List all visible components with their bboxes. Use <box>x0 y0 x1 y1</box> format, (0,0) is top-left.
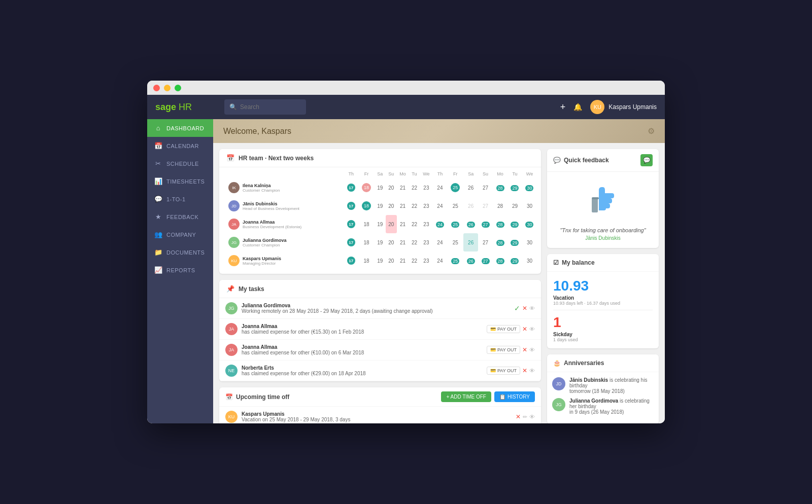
avatar: JA <box>228 219 240 230</box>
user-menu[interactable]: KU Kaspars Upmanis <box>590 100 657 114</box>
timeoff-text: Kaspars Upmanis Vacation on 25 May 2018 … <box>242 411 512 422</box>
payout-icon: 💳 <box>490 347 496 352</box>
sidebar-item-company[interactable]: 👥 COMPANY <box>147 226 213 243</box>
payout-button[interactable]: 💳 PAY OUT <box>487 325 520 333</box>
reject-button[interactable]: ✕ <box>522 346 527 353</box>
sidebar-item-calendar[interactable]: 📅 CALENDAR <box>147 137 213 155</box>
view-button[interactable]: 👁 <box>529 326 535 332</box>
cal-day: 26 <box>463 197 478 215</box>
vacation-label: Vacation <box>553 295 653 301</box>
sidebar-item-reports[interactable]: 📈 REPORTS <box>147 261 213 279</box>
person-name: Ilena Kalniņa <box>243 183 280 188</box>
cal-range: 24 <box>436 222 444 228</box>
cal-day: 23 <box>420 251 432 270</box>
sidebar-item-dashboard[interactable]: ⌂ DASHBOARD <box>147 119 213 137</box>
cal-day: 22 <box>409 178 420 197</box>
sidebar-item-1to1[interactable]: 💬 1-TO-1 <box>147 190 213 208</box>
cal-range: 29 <box>511 222 519 228</box>
cal-day: 19 <box>375 251 386 270</box>
sickday-label: Sickday <box>553 332 653 337</box>
feedback-content: "Tnx for taking care of onboarding" Jāni… <box>547 172 659 248</box>
timesheets-icon: 📊 <box>154 177 162 185</box>
avatar: KU <box>228 255 240 266</box>
anniv-when: in 9 days (26 May 2018) <box>569 409 624 415</box>
hr-team-header: 📅 HR team · Next two weeks <box>219 149 541 167</box>
close-button[interactable] <box>153 85 160 91</box>
search-input[interactable] <box>240 103 301 111</box>
anniversaries-content: JD Jānis Dubinskis is celebrating his bi… <box>547 372 659 423</box>
payout-button[interactable]: 💳 PAY OUT <box>487 367 520 375</box>
sidebar-item-feedback[interactable]: ★ FEEDBACK <box>147 208 213 226</box>
cal-name-header <box>223 169 344 178</box>
1to1-icon: 💬 <box>154 195 162 203</box>
person-name: Kaspars Upmanis <box>243 256 281 261</box>
cal-day: 19 <box>375 178 386 197</box>
person-role: Business Development (Estonia) <box>243 225 301 229</box>
feedback-icon: ★ <box>154 213 162 221</box>
timeoff-icon: 📅 <box>225 393 233 401</box>
welcome-text: Welcome, Kaspars <box>223 127 291 136</box>
sidebar-item-schedule[interactable]: ✂ SCHEDULE <box>147 155 213 172</box>
person-info: Julianna Gordimova Customer Champion <box>243 238 287 247</box>
cal-range: 27 <box>482 258 490 264</box>
task-person-name: Joanna Allmaa <box>242 323 277 329</box>
view-button[interactable]: 👁 <box>529 347 535 353</box>
cal-day: 20 <box>386 178 397 197</box>
cal-day: 21 <box>397 178 409 197</box>
hr-calendar-table: Th Fr Sa Su Mo Tu We Th <box>223 169 537 270</box>
cal-th-we2: We <box>522 169 537 178</box>
anniv-text: Jānis Dubinskis is celebrating his birth… <box>569 377 654 394</box>
cal-day: 20 <box>386 215 397 233</box>
view-button[interactable]: 👁 <box>529 305 535 311</box>
person-role: Customer Champion <box>243 188 280 193</box>
person-name: Joanna Allmaa <box>243 220 301 225</box>
reject-button[interactable]: ✕ <box>522 305 527 312</box>
avatar: KU <box>225 411 238 423</box>
sidebar-item-documents[interactable]: 📁 DOCUMENTS <box>147 243 213 261</box>
history-button[interactable]: 📋 HISTORY <box>494 391 535 402</box>
reject-button[interactable]: ✕ <box>522 367 527 374</box>
task-text: Julianna Gordimova Working remotely on 2… <box>242 303 510 314</box>
approve-button[interactable]: ✓ <box>514 304 520 312</box>
user-avatar: KU <box>590 100 604 114</box>
task-item: JA Joanna Allmaa has claimed expense for… <box>219 340 541 361</box>
minimize-button[interactable] <box>164 85 171 91</box>
person-name: Jānis Dubinskis <box>243 201 299 206</box>
edit-button[interactable]: ✏ <box>523 414 527 420</box>
timeoff-title-text: Upcoming time off <box>236 393 289 401</box>
task-text: Joanna Allmaa has claimed expense for ot… <box>242 323 483 335</box>
view-button[interactable]: 👁 <box>529 414 535 420</box>
cal-day: 25 <box>447 233 463 251</box>
qf-title: 💬 Quick feedback <box>553 157 609 164</box>
calendar-card-icon: 📅 <box>226 154 234 162</box>
task-description: Working remotely on 28 May 2018 - 29 May… <box>242 308 433 314</box>
settings-icon[interactable]: ⚙ <box>648 126 655 136</box>
notifications-button[interactable]: 🔔 <box>573 103 582 111</box>
cal-day: 28 <box>493 197 507 215</box>
my-balance-card: ☑ My balance 10.93 Vacation 10.93 days l… <box>547 254 659 348</box>
add-time-off-button[interactable]: + ADD TIME OFF <box>441 391 491 402</box>
cal-day: 23 <box>420 178 432 197</box>
payout-button[interactable]: 💳 PAY OUT <box>487 346 520 354</box>
sidebar-item-label: REPORTS <box>166 267 195 273</box>
quick-feedback-button[interactable]: 💬 <box>640 154 653 166</box>
cal-range: 26 <box>467 222 475 228</box>
thumbs-up-icon <box>554 183 652 223</box>
sidebar-item-timesheets[interactable]: 📊 TIMESHEETS <box>147 172 213 190</box>
delete-button[interactable]: ✕ <box>516 413 521 420</box>
feedback-bubble-icon: 💬 <box>553 157 561 164</box>
documents-icon: 📁 <box>154 248 162 256</box>
anniv-when: tomorrow (18 May 2018) <box>569 388 625 394</box>
timeoff-item: KU Kaspars Upmanis Vacation on 25 May 20… <box>219 406 541 423</box>
reject-button[interactable]: ✕ <box>522 326 527 333</box>
cal-day: 21 <box>397 197 409 215</box>
view-button[interactable]: 👁 <box>529 368 535 374</box>
add-button[interactable]: + <box>560 102 566 113</box>
hr-team-card: 📅 HR team · Next two weeks Th <box>219 149 541 274</box>
maximize-button[interactable] <box>175 85 181 91</box>
task-actions: 💳 PAY OUT ✕ 👁 <box>487 367 535 375</box>
cal-day: 18 <box>358 233 375 251</box>
history-icon: 📋 <box>499 394 505 400</box>
sidebar-item-label: DOCUMENTS <box>166 249 205 256</box>
search-bar[interactable]: 🔍 <box>224 99 306 115</box>
